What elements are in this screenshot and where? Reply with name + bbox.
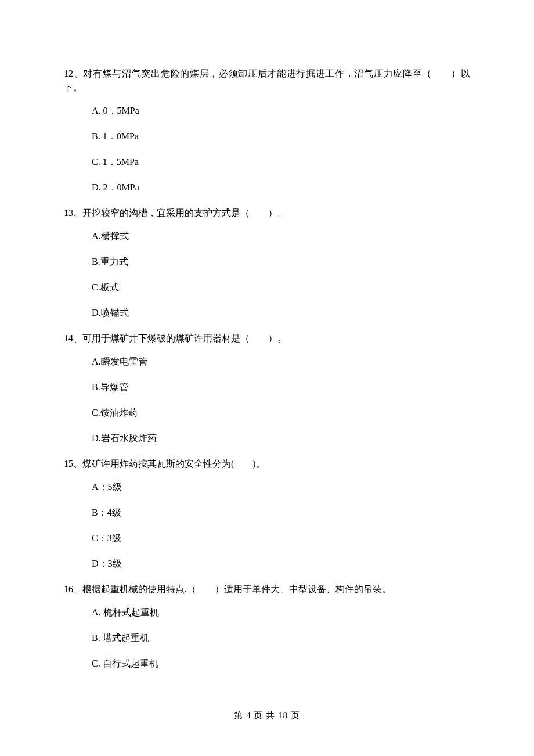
question-16-option-b: B. 塔式起重机 [92,631,470,645]
question-15-option-d: D：3级 [92,557,470,571]
question-12-option-c: C. 1．5MPa [92,155,470,169]
question-13-option-b: B.重力式 [92,255,470,269]
question-15-text: 15、煤矿许用炸药按其瓦斯的安全性分为( )。 [64,457,470,471]
question-13-option-c: C.板式 [92,280,470,294]
page-footer: 第 4 页 共 18 页 [0,710,534,721]
question-16-option-a: A. 桅杆式起重机 [92,606,470,620]
question-14-option-a: A.瞬发电雷管 [92,355,470,369]
question-15: 15、煤矿许用炸药按其瓦斯的安全性分为( )。 A：5级 B：4级 C：3级 D… [64,457,470,571]
question-13-options: A.横撑式 B.重力式 C.板式 D.喷锚式 [64,229,470,320]
question-15-option-c: C：3级 [92,531,470,545]
question-15-options: A：5级 B：4级 C：3级 D：3级 [64,480,470,571]
question-13-option-d: D.喷锚式 [92,306,470,320]
question-16-options: A. 桅杆式起重机 B. 塔式起重机 C. 自行式起重机 [64,606,470,671]
question-15-option-b: B：4级 [92,506,470,520]
question-12-option-b: B. 1．0MPa [92,129,470,143]
question-12: 12、对有煤与沼气突出危险的煤层，必须卸压后才能进行掘进工作，沼气压力应降至（ … [64,67,470,195]
question-12-option-a: A. 0．5MPa [92,104,470,118]
question-14-option-b: B.导爆管 [92,380,470,394]
question-12-text: 12、对有煤与沼气突出危险的煤层，必须卸压后才能进行掘进工作，沼气压力应降至（ … [64,67,470,95]
question-13-text: 13、开挖较窄的沟槽，宜采用的支护方式是（ ）。 [64,206,470,220]
question-16-text: 16、根据起重机械的使用特点,（ ）适用于单件大、中型设备、构件的吊装。 [64,582,470,596]
question-14: 14、可用于煤矿井下爆破的煤矿许用器材是（ ）。 A.瞬发电雷管 B.导爆管 C… [64,332,470,445]
question-15-option-a: A：5级 [92,480,470,494]
question-16-option-c: C. 自行式起重机 [92,657,470,671]
question-14-text: 14、可用于煤矿井下爆破的煤矿许用器材是（ ）。 [64,332,470,345]
question-14-option-d: D.岩石水胶炸药 [92,431,470,445]
question-14-options: A.瞬发电雷管 B.导爆管 C.铵油炸药 D.岩石水胶炸药 [64,355,470,445]
question-16: 16、根据起重机械的使用特点,（ ）适用于单件大、中型设备、构件的吊装。 A. … [64,582,470,671]
question-12-option-d: D. 2．0MPa [92,181,470,195]
question-12-options: A. 0．5MPa B. 1．0MPa C. 1．5MPa D. 2．0MPa [64,104,470,195]
question-13-option-a: A.横撑式 [92,229,470,243]
question-13: 13、开挖较窄的沟槽，宜采用的支护方式是（ ）。 A.横撑式 B.重力式 C.板… [64,206,470,320]
page-content: 12、对有煤与沼气突出危险的煤层，必须卸压后才能进行掘进工作，沼气压力应降至（ … [0,0,534,671]
question-14-option-c: C.铵油炸药 [92,406,470,420]
